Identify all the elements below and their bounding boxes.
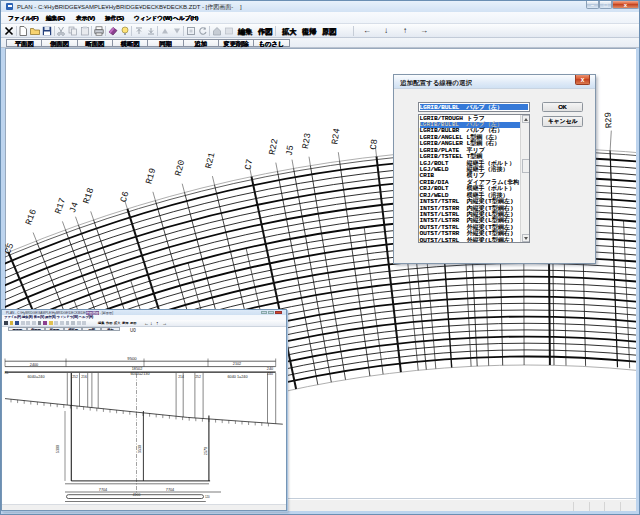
svg-text:C5: C5 — [5, 242, 16, 256]
svg-text:R18: R18 — [81, 187, 96, 206]
svg-text:5300: 5300 — [56, 445, 60, 453]
svg-text:252: 252 — [195, 375, 201, 379]
svg-text:R17: R17 — [53, 197, 68, 216]
svg-text:C6: C6 — [118, 190, 131, 203]
svg-text:7704: 7704 — [99, 488, 107, 492]
svg-text:2102: 2102 — [233, 362, 241, 366]
svg-text:2570: 2570 — [204, 447, 208, 455]
svg-text:6040=2130: 6040=2130 — [130, 372, 149, 376]
svg-text:7704: 7704 — [166, 488, 174, 492]
svg-text:C8: C8 — [368, 138, 379, 150]
svg-text:252: 252 — [72, 375, 78, 379]
svg-text:6040 1=240: 6040 1=240 — [227, 375, 247, 379]
svg-text:R22: R22 — [267, 138, 280, 156]
svg-text:3530: 3530 — [138, 445, 142, 453]
svg-text:R21: R21 — [203, 152, 217, 170]
svg-text:J5: J5 — [284, 144, 296, 156]
svg-text:6040=240: 6040=240 — [28, 375, 45, 379]
svg-text:C7: C7 — [243, 158, 255, 171]
svg-text:R24: R24 — [330, 128, 342, 145]
svg-text:J4: J4 — [67, 201, 80, 215]
svg-text:R19: R19 — [144, 167, 158, 185]
svg-text:216: 216 — [81, 375, 87, 379]
svg-text:240: 240 — [267, 372, 273, 376]
svg-text:R16: R16 — [23, 208, 38, 227]
svg-text:KL: KL — [5, 371, 9, 375]
svg-text:R23: R23 — [300, 132, 312, 150]
svg-text:R20: R20 — [173, 159, 187, 177]
svg-text:2400: 2400 — [30, 363, 38, 367]
svg-text:9500: 9500 — [127, 356, 137, 361]
svg-text:120: 120 — [205, 495, 210, 499]
svg-text:R29: R29 — [603, 112, 614, 129]
